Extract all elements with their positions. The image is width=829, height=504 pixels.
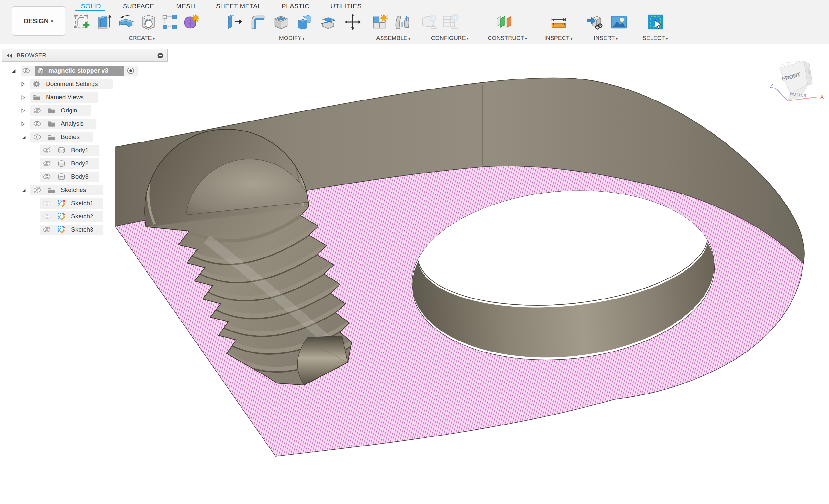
folder-icon — [47, 186, 56, 194]
toolbar-divider — [635, 10, 635, 34]
tab-mesh[interactable]: MESH — [176, 3, 195, 10]
visibility-eye-faded-icon[interactable] — [43, 212, 51, 221]
visibility-eye-off-icon[interactable] — [43, 146, 51, 154]
sketch-icon — [57, 226, 66, 234]
toolbar-divider — [580, 10, 580, 34]
visibility-eye-icon[interactable] — [22, 67, 30, 75]
toolbar: DESIGN ▾ SOLID SURFACE MESH SHEET METAL … — [0, 0, 829, 44]
toolbar-divider — [472, 10, 472, 34]
group-label-modify[interactable]: MODIFY▾ — [279, 35, 304, 42]
expand-caret-icon[interactable] — [20, 95, 26, 100]
browser-row-bodies[interactable]: Bodies — [0, 131, 168, 143]
toolbar-divider — [70, 10, 70, 34]
fillet-icon[interactable] — [249, 13, 267, 31]
body-cylinder-icon — [57, 159, 66, 168]
browser-title: BROWSER — [17, 52, 46, 59]
axis-x-label: X — [820, 94, 824, 100]
new-component-icon[interactable] — [371, 13, 389, 31]
rectangular-pattern-icon[interactable] — [161, 13, 178, 31]
press-pull-icon[interactable] — [225, 13, 243, 31]
group-label-construct[interactable]: CONSTRUCT▾ — [488, 35, 527, 42]
expand-caret-icon[interactable] — [21, 134, 26, 140]
visibility-eye-off-icon[interactable] — [43, 159, 51, 168]
combine-icon[interactable] — [295, 13, 313, 31]
folder-icon — [47, 133, 56, 141]
workspace-switcher[interactable]: DESIGN ▾ — [12, 6, 65, 36]
expand-caret-icon[interactable] — [20, 81, 26, 87]
visibility-eye-icon[interactable] — [33, 120, 41, 128]
visibility-eye-icon[interactable] — [43, 172, 51, 181]
group-label-create[interactable]: CREATE▾ — [129, 35, 154, 42]
sketch-icon — [57, 199, 66, 207]
collapse-panel-icon[interactable] — [6, 53, 13, 58]
document-root-label[interactable]: magnetic stopper v3 — [48, 67, 108, 74]
toolbar-divider — [209, 10, 209, 34]
browser-row-body1[interactable]: Body1 — [0, 145, 168, 156]
folder-icon — [32, 93, 41, 102]
browser-row-sketch3[interactable]: Sketch3 — [0, 224, 168, 235]
chevron-down-icon: ▾ — [51, 19, 53, 24]
select-icon[interactable] — [647, 13, 664, 31]
revolve-icon[interactable] — [118, 13, 135, 31]
tab-utilities[interactable]: UTILITIES — [330, 3, 361, 10]
group-label-configure[interactable]: CONFIGURE▾ — [431, 35, 469, 42]
browser-row-sketch1[interactable]: Sketch1 — [0, 197, 168, 209]
panel-menu-icon[interactable] — [157, 52, 164, 59]
extrude-icon[interactable] — [96, 13, 113, 31]
browser-row-document-settings[interactable]: Document Settings — [0, 78, 168, 90]
configuration-icon[interactable] — [421, 13, 438, 31]
group-label-select[interactable]: SELECT▾ — [643, 35, 668, 42]
browser-row-root[interactable]: magnetic stopper v3 — [0, 65, 168, 77]
browser-header[interactable]: BROWSER — [2, 49, 168, 62]
shell-icon[interactable] — [272, 13, 290, 31]
axis-z-label: Z — [770, 83, 773, 89]
tab-surface[interactable]: SURFACE — [123, 3, 154, 10]
body-cylinder-icon — [57, 146, 66, 154]
group-label-insert[interactable]: INSERT▾ — [593, 35, 618, 42]
active-tab-underline — [75, 10, 105, 11]
joint-icon[interactable] — [394, 13, 411, 31]
visibility-eye-off-icon[interactable] — [33, 186, 41, 194]
activate-radio-icon[interactable] — [127, 67, 135, 75]
browser-row-analysis[interactable]: Analysis — [0, 118, 168, 129]
expand-caret-icon[interactable] — [20, 121, 26, 127]
construction-plane-icon[interactable] — [496, 13, 513, 31]
browser-row-body3[interactable]: Body3 — [0, 171, 168, 183]
hole-icon[interactable] — [140, 13, 157, 31]
toolbar-divider — [368, 10, 368, 34]
measure-icon[interactable] — [550, 13, 568, 31]
tab-solid[interactable]: SOLID — [81, 3, 101, 10]
group-label-assemble[interactable]: ASSEMBLE▾ — [376, 35, 410, 42]
configuration-table-icon[interactable] — [442, 13, 460, 31]
insert-canvas-icon[interactable] — [610, 13, 627, 31]
toolbar-divider — [415, 10, 415, 34]
tab-sheet-metal[interactable]: SHEET METAL — [216, 3, 261, 10]
insert-derive-icon[interactable] — [586, 13, 603, 31]
body-cylinder-icon — [57, 172, 66, 181]
browser-row-sketch2[interactable]: Sketch2 — [0, 211, 168, 222]
split-body-icon[interactable] — [319, 13, 337, 31]
folder-icon — [47, 106, 56, 115]
sketch-icon — [57, 212, 66, 221]
browser-row-named-views[interactable]: Named Views — [0, 91, 168, 103]
workspace-label: DESIGN — [24, 17, 48, 25]
browser-row-sketches[interactable]: Sketches — [0, 184, 168, 196]
visibility-eye-icon[interactable] — [33, 133, 41, 141]
visibility-eye-off-icon[interactable] — [43, 226, 51, 234]
group-label-inspect[interactable]: INSPECT▾ — [544, 35, 573, 42]
tab-plastic[interactable]: PLASTIC — [282, 3, 309, 10]
create-sketch-icon[interactable] — [74, 13, 91, 31]
toolbar-divider — [537, 10, 537, 34]
browser-row-origin[interactable]: Origin — [0, 105, 168, 116]
expand-caret-icon[interactable] — [11, 68, 16, 74]
browser-row-body2[interactable]: Body2 — [0, 158, 168, 169]
gear-icon — [32, 80, 41, 88]
create-form-icon[interactable] — [182, 13, 200, 31]
component-icon — [37, 67, 45, 75]
folder-icon — [47, 120, 56, 128]
visibility-eye-off-icon[interactable] — [33, 106, 41, 115]
expand-caret-icon[interactable] — [20, 108, 26, 113]
expand-caret-icon[interactable] — [21, 187, 26, 193]
move-copy-icon[interactable] — [344, 13, 361, 31]
visibility-eye-faded-icon[interactable] — [43, 199, 51, 207]
